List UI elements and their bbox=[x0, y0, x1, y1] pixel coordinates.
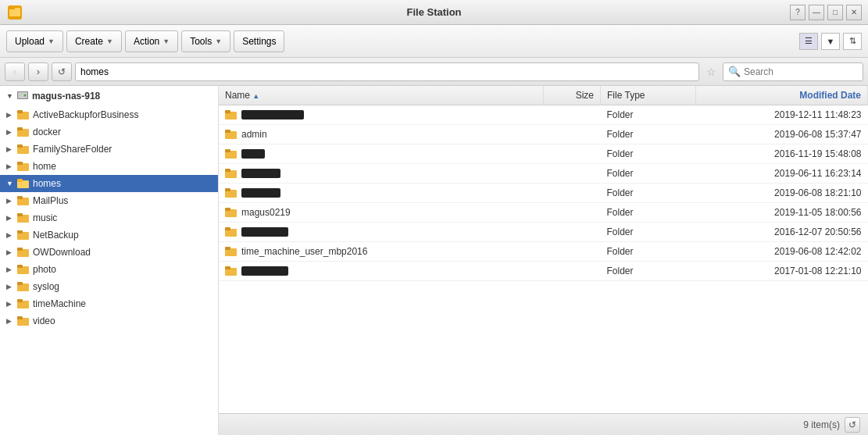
sort-button[interactable]: ⇅ bbox=[843, 33, 862, 50]
tools-button[interactable]: Tools ▼ bbox=[181, 30, 230, 52]
sidebar-item-photo[interactable]: ▶ photo bbox=[0, 261, 218, 278]
sidebar-item-video[interactable]: ▶ video bbox=[0, 312, 218, 330]
root-expand-arrow: ▼ bbox=[6, 92, 13, 100]
file-name-cell bbox=[219, 105, 543, 125]
name-column-header[interactable]: Name ▲ bbox=[219, 86, 543, 105]
close-button[interactable]: ✕ bbox=[846, 5, 862, 20]
item-count: 9 item(s) bbox=[803, 419, 840, 430]
svg-rect-7 bbox=[17, 110, 23, 113]
folder-icon bbox=[17, 230, 30, 241]
type-column-header[interactable]: File Type bbox=[601, 86, 696, 105]
back-button[interactable]: ‹ bbox=[5, 62, 25, 81]
file-size-cell bbox=[543, 144, 600, 164]
sidebar-item-label: ActiveBackupforBusiness bbox=[33, 109, 138, 120]
bookmark-button[interactable]: ☆ bbox=[702, 62, 720, 81]
file-name-cell bbox=[219, 223, 543, 242]
folder-icon bbox=[17, 127, 30, 137]
svg-rect-29 bbox=[17, 299, 23, 302]
svg-rect-45 bbox=[225, 227, 230, 230]
redacted-name bbox=[241, 227, 288, 237]
forward-button[interactable]: › bbox=[28, 62, 48, 81]
file-size-cell bbox=[543, 262, 600, 281]
file-date-cell: 2016-11-19 15:48:08 bbox=[696, 144, 868, 164]
server-icon bbox=[16, 90, 29, 102]
redacted-name bbox=[241, 188, 280, 198]
sidebar: ▼ magus-nas-918 ▶ ActiveBackupforBusines… bbox=[0, 86, 219, 435]
svg-rect-25 bbox=[17, 265, 23, 268]
sidebar-item-mailplus[interactable]: ▶ MailPlus bbox=[0, 192, 218, 209]
refresh-button[interactable]: ↺ bbox=[52, 62, 72, 81]
sidebar-item-docker[interactable]: ▶ docker bbox=[0, 123, 218, 141]
svg-rect-31 bbox=[17, 316, 23, 319]
svg-rect-43 bbox=[225, 208, 230, 211]
sidebar-item-home[interactable]: ▶ home bbox=[0, 158, 218, 175]
tree-arrow-icon: ▶ bbox=[6, 197, 17, 205]
file-type-cell: Folder bbox=[601, 203, 696, 223]
minimize-button[interactable]: — bbox=[809, 5, 824, 20]
sidebar-item-label: timeMachine bbox=[33, 298, 86, 309]
window-controls: ? — □ ✕ bbox=[790, 5, 862, 20]
settings-button[interactable]: Settings bbox=[234, 30, 284, 52]
table-row[interactable]: Folder2019-06-08 18:21:10 bbox=[219, 184, 868, 203]
maximize-button[interactable]: □ bbox=[827, 5, 843, 20]
table-row[interactable]: adminFolder2019-06-08 15:37:47 bbox=[219, 125, 868, 144]
row-folder-icon bbox=[225, 168, 238, 179]
sidebar-item-label: homes bbox=[33, 178, 61, 189]
status-bar: 9 item(s) ↺ bbox=[219, 413, 868, 435]
row-folder-icon bbox=[225, 148, 238, 159]
svg-rect-17 bbox=[17, 196, 23, 199]
sidebar-item-music[interactable]: ▶ music bbox=[0, 209, 218, 226]
table-row[interactable]: Folder2016-11-19 15:48:08 bbox=[219, 144, 868, 164]
status-refresh-button[interactable]: ↺ bbox=[845, 417, 860, 433]
table-row[interactable]: Folder2016-12-07 20:50:56 bbox=[219, 223, 868, 242]
svg-rect-47 bbox=[225, 247, 230, 250]
tree-arrow-icon: ▶ bbox=[6, 317, 17, 325]
svg-rect-35 bbox=[225, 130, 230, 133]
tree-arrow-icon: ▶ bbox=[6, 248, 17, 256]
sidebar-item-timemachine[interactable]: ▶ timeMachine bbox=[0, 295, 218, 312]
file-name-cell: time_machine_user_mbp2016 bbox=[219, 242, 543, 262]
table-row[interactable]: Folder2019-06-11 16:23:14 bbox=[219, 164, 868, 184]
sidebar-root-item[interactable]: ▼ magus-nas-918 bbox=[0, 86, 218, 106]
file-size-cell bbox=[543, 223, 600, 242]
sidebar-item-familysharefolder[interactable]: ▶ FamilyShareFolder bbox=[0, 141, 218, 158]
file-size-cell bbox=[543, 184, 600, 203]
list-view-button[interactable]: ☰ bbox=[799, 33, 818, 50]
view-options-button[interactable]: ▼ bbox=[821, 33, 840, 50]
table-header-row: Name ▲ Size File Type Modified Date bbox=[219, 86, 868, 105]
file-table: Name ▲ Size File Type Modified Date bbox=[219, 86, 868, 413]
row-folder-icon bbox=[225, 207, 238, 218]
upload-button[interactable]: Upload ▼ bbox=[6, 30, 63, 52]
sidebar-item-owdownload[interactable]: ▶ OWDownload bbox=[0, 244, 218, 261]
search-input[interactable] bbox=[744, 66, 845, 77]
sidebar-item-label: video bbox=[33, 316, 55, 326]
svg-rect-39 bbox=[225, 169, 230, 172]
action-button[interactable]: Action ▼ bbox=[125, 30, 178, 52]
file-name-cell bbox=[219, 262, 543, 281]
table-row[interactable]: magus0219Folder2019-11-05 18:00:56 bbox=[219, 203, 868, 223]
sidebar-item-syslog[interactable]: ▶ syslog bbox=[0, 278, 218, 295]
sidebar-item-label: NetBackup bbox=[33, 230, 79, 241]
table-row[interactable]: time_machine_user_mbp2016Folder2019-06-0… bbox=[219, 242, 868, 262]
content-area: Name ▲ Size File Type Modified Date bbox=[219, 86, 868, 435]
search-icon: 🔍 bbox=[728, 66, 741, 77]
sidebar-item-netbackup[interactable]: ▶ NetBackup bbox=[0, 226, 218, 244]
help-button[interactable]: ? bbox=[790, 5, 805, 20]
create-button[interactable]: Create ▼ bbox=[66, 30, 122, 52]
address-input[interactable] bbox=[75, 62, 699, 81]
file-date-cell: 2019-06-08 15:37:47 bbox=[696, 125, 868, 144]
size-column-header[interactable]: Size bbox=[543, 86, 600, 105]
folder-icon bbox=[17, 212, 30, 223]
table-row[interactable]: Folder2019-12-11 11:48:23 bbox=[219, 105, 868, 125]
sidebar-item-homes[interactable]: ▼ homes bbox=[0, 175, 218, 192]
file-date-cell: 2019-11-05 18:00:56 bbox=[696, 203, 868, 223]
sidebar-item-label: OWDownload bbox=[33, 247, 91, 258]
svg-rect-15 bbox=[17, 179, 23, 182]
file-type-cell: Folder bbox=[601, 144, 696, 164]
file-type-cell: Folder bbox=[601, 164, 696, 184]
sidebar-item-activebackupforbusiness[interactable]: ▶ ActiveBackupforBusiness bbox=[0, 106, 218, 123]
date-column-header[interactable]: Modified Date bbox=[696, 86, 868, 105]
table-row[interactable]: Folder2017-01-08 12:21:10 bbox=[219, 262, 868, 281]
file-name-text: admin bbox=[241, 129, 267, 140]
name-sort-icon: ▲ bbox=[252, 92, 259, 100]
